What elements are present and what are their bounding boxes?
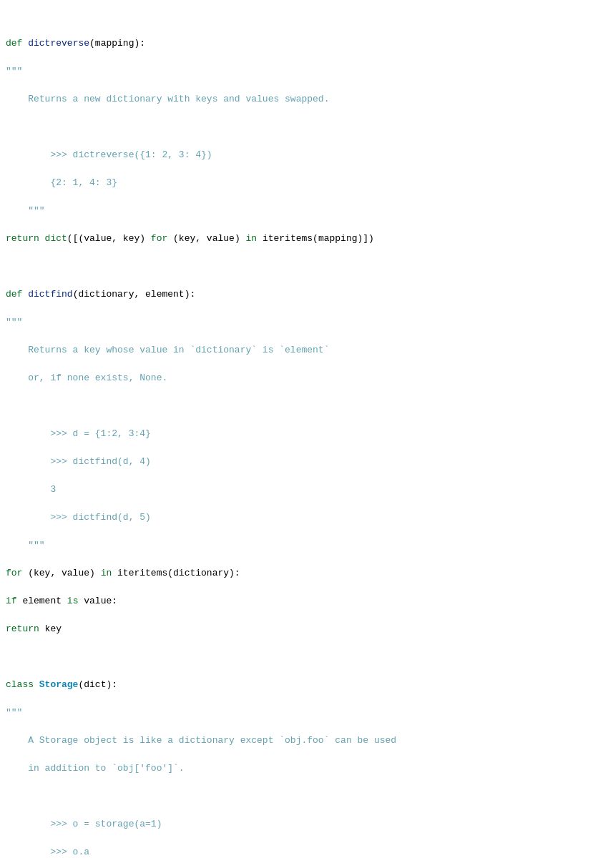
line-25: """ <box>6 706 597 720</box>
code-block: def dictreverse(mapping): """ Returns a … <box>0 6 603 868</box>
line-22: return key <box>6 622 597 636</box>
line-5: >>> dictreverse({1: 2, 3: 4}) <box>6 148 597 162</box>
line-18: >>> dictfind(d, 5) <box>6 511 597 525</box>
line-2: """ <box>6 64 597 79</box>
line-20: for (key, value) in iteritems(dictionary… <box>6 566 597 581</box>
line-1: def dictreverse(mapping): <box>6 36 597 51</box>
line-9 <box>6 260 597 274</box>
line-15: >>> d = {1:2, 3:4} <box>6 427 597 441</box>
line-8: return dict([(value, key) for (key, valu… <box>6 232 597 246</box>
line-23 <box>6 650 597 664</box>
line-12: Returns a key whose value in `dictionary… <box>6 343 597 357</box>
line-7: """ <box>6 204 597 218</box>
line-29: >>> o = storage(a=1) <box>6 817 597 832</box>
line-10: def dictfind(dictionary, element): <box>6 287 597 302</box>
line-11: """ <box>6 315 597 330</box>
line-26: A Storage object is like a dictionary ex… <box>6 734 597 748</box>
line-21: if element is value: <box>6 594 597 608</box>
line-6: {2: 1, 4: 3} <box>6 176 597 190</box>
line-24: class Storage(dict): <box>6 678 597 692</box>
line-16: >>> dictfind(d, 4) <box>6 455 597 469</box>
line-13: or, if none exists, None. <box>6 371 597 385</box>
line-27: in addition to `obj['foo']`. <box>6 761 597 776</box>
line-19: """ <box>6 538 597 553</box>
line-14 <box>6 399 597 413</box>
line-3: Returns a new dictionary with keys and v… <box>6 92 597 107</box>
line-28 <box>6 789 597 804</box>
line-4 <box>6 120 597 134</box>
line-30: >>> o.a <box>6 845 597 859</box>
line-17: 3 <box>6 483 597 497</box>
